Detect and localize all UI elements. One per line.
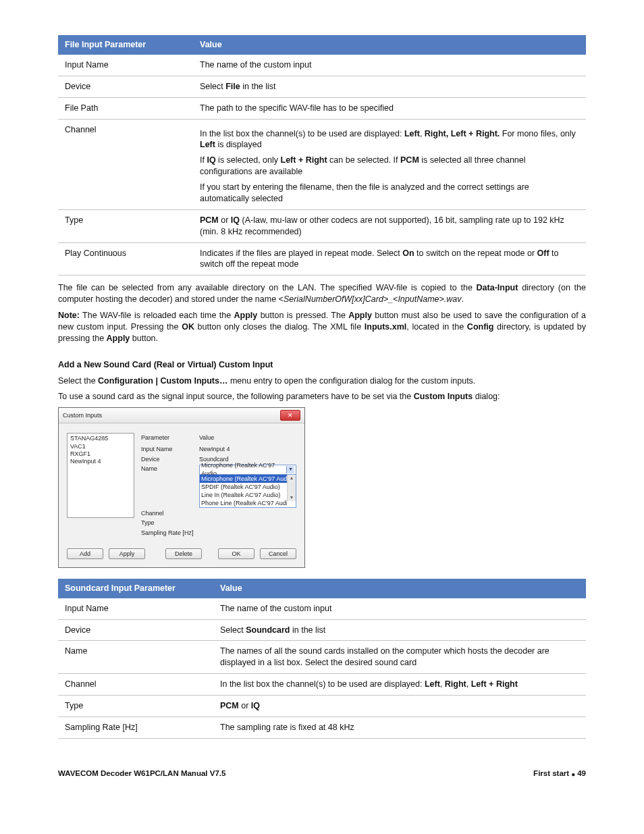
table-row: DeviceSelect Soundcard in the list xyxy=(58,619,586,641)
param-name: Name xyxy=(58,641,213,674)
param-value: Select Soundcard in the list xyxy=(213,619,586,641)
table-row: Input NameThe name of the custom input xyxy=(58,598,586,619)
param-value: PCM or IQ (A-law, mu-law or other codecs… xyxy=(193,209,586,242)
param-value: The name of the custom input xyxy=(213,598,586,619)
body-paragraph: To use a sound card as the signal input … xyxy=(58,391,586,402)
param-label: Sampling Rate [Hz] xyxy=(141,528,199,538)
param-value: The names of all the sound cards install… xyxy=(213,641,586,674)
list-item[interactable]: NewInput 4 xyxy=(70,458,131,465)
param-value: Indicates if the files are played in rep… xyxy=(193,242,586,276)
param-name: Input Name xyxy=(58,598,213,619)
apply-button[interactable]: Apply xyxy=(109,548,145,559)
column-header: Parameter xyxy=(141,433,199,442)
table-header: File Input Parameter xyxy=(58,35,193,55)
section-heading: Add a New Sound Card (Real or Virtual) C… xyxy=(58,359,586,371)
list-item[interactable]: STANAG4285 xyxy=(70,435,131,442)
cancel-button[interactable]: Cancel xyxy=(260,548,296,559)
table-header: Value xyxy=(193,35,586,55)
param-name: Channel xyxy=(58,674,213,696)
param-label: Type xyxy=(141,518,199,527)
table-row: TypePCM or IQ xyxy=(58,696,586,717)
table-row: Input NameThe name of the custom input xyxy=(58,55,586,76)
param-value: The sampling rate is fixed at 48 kHz xyxy=(213,716,586,738)
table-row: NameThe names of all the sound cards ins… xyxy=(58,641,586,674)
name-combobox[interactable]: Microphone (Realtek AC'97 Audio▼ xyxy=(199,465,296,475)
list-item[interactable]: VAC1 xyxy=(70,443,131,450)
dropdown-option[interactable]: Microphone (Realtek AC'97 Audio xyxy=(200,475,287,483)
add-button[interactable]: Add xyxy=(67,548,103,559)
table-header: Value xyxy=(213,579,586,598)
param-value: NewInput 4 xyxy=(199,444,296,454)
page-footer: WAVECOM Decoder W61PC/LAN Manual V7.5 Fi… xyxy=(58,768,586,779)
footer-right: First start●49 xyxy=(533,768,586,779)
body-paragraph: The file can be selected from any availa… xyxy=(58,282,586,305)
scroll-up-icon[interactable]: ▲ xyxy=(290,475,294,481)
delete-button[interactable]: Delete xyxy=(165,548,202,559)
dialog-title: Custom Inputs xyxy=(63,411,102,419)
column-header: Value xyxy=(199,433,296,442)
param-name: Device xyxy=(58,76,193,97)
dropdown-option[interactable]: SPDIF (Realtek AC'97 Audio) xyxy=(200,483,287,491)
param-value: In the list box the channel(s) to be use… xyxy=(193,119,586,209)
table-row: DeviceSelect File in the list xyxy=(58,76,586,97)
list-item[interactable]: RXGF1 xyxy=(70,450,131,458)
name-dropdown[interactable]: ▲▼Microphone (Realtek AC'97 AudioSPDIF (… xyxy=(199,475,296,509)
note-paragraph: Note: The WAV-file is reloaded each time… xyxy=(58,310,586,344)
table-row: TypePCM or IQ (A-law, mu-law or other co… xyxy=(58,209,586,242)
footer-left: WAVECOM Decoder W61PC/LAN Manual V7.5 xyxy=(58,768,225,779)
soundcard-input-parameter-table: Soundcard Input Parameter Value Input Na… xyxy=(58,579,586,739)
ok-button[interactable]: OK xyxy=(218,548,254,559)
param-name: Type xyxy=(58,209,193,242)
table-row: File PathThe path to the specific WAV-fi… xyxy=(58,97,586,119)
param-value: In the list box the channel(s) to be use… xyxy=(213,674,586,696)
custom-inputs-dialog: Custom Inputs ✕ STANAG4285VAC1RXGF1NewIn… xyxy=(58,407,305,568)
table-row: ChannelIn the list box the channel(s) to… xyxy=(58,119,586,209)
param-label: Channel xyxy=(141,509,199,518)
table-row: ChannelIn the list box the channel(s) to… xyxy=(58,674,586,696)
param-name: Channel xyxy=(58,119,193,209)
param-name: Input Name xyxy=(58,55,193,76)
param-name: Play Continuous xyxy=(58,242,193,276)
table-header: Soundcard Input Parameter xyxy=(58,579,213,598)
param-label: Input Name xyxy=(141,444,199,454)
param-value: The name of the custom input xyxy=(193,55,586,76)
param-label: Name xyxy=(141,464,199,509)
chevron-down-icon[interactable]: ▼ xyxy=(286,466,294,473)
param-label: Device xyxy=(141,454,199,464)
scroll-down-icon[interactable]: ▼ xyxy=(290,494,294,500)
dropdown-option[interactable]: Phone Line (Realtek AC'97 Audio xyxy=(200,499,287,507)
param-value: PCM or IQ xyxy=(213,696,586,717)
param-name: Type xyxy=(58,696,213,717)
param-name: File Path xyxy=(58,97,193,119)
param-value: Select File in the list xyxy=(193,76,586,97)
dropdown-option[interactable]: Line In (Realtek AC'97 Audio) xyxy=(200,491,287,499)
param-name: Device xyxy=(58,619,213,641)
inputs-listbox[interactable]: STANAG4285VAC1RXGF1NewInput 4 xyxy=(67,433,134,518)
table-row: Play ContinuousIndicates if the files ar… xyxy=(58,242,586,276)
close-icon[interactable]: ✕ xyxy=(280,410,300,421)
table-row: Sampling Rate [Hz]The sampling rate is f… xyxy=(58,716,586,738)
param-name: Sampling Rate [Hz] xyxy=(58,716,213,738)
body-paragraph: Select the Configuration | Custom Inputs… xyxy=(58,375,586,387)
param-value: The path to the specific WAV-file has to… xyxy=(193,97,586,119)
file-input-parameter-table: File Input Parameter Value Input NameThe… xyxy=(58,35,586,276)
